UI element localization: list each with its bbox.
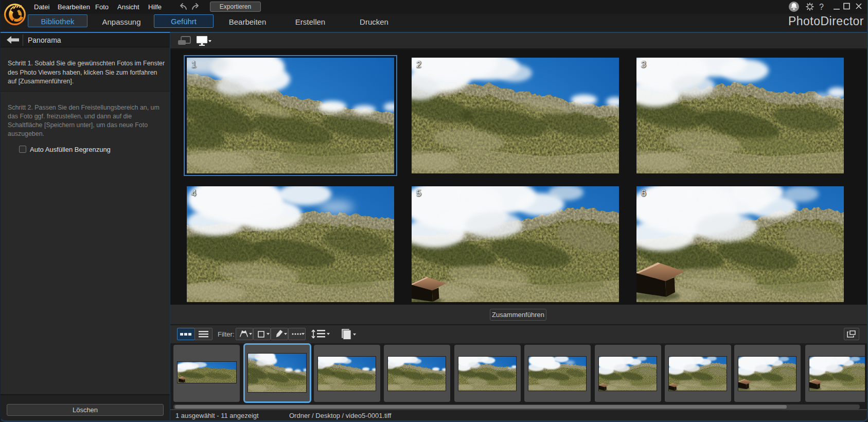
svg-text:?: ? [819,3,824,11]
